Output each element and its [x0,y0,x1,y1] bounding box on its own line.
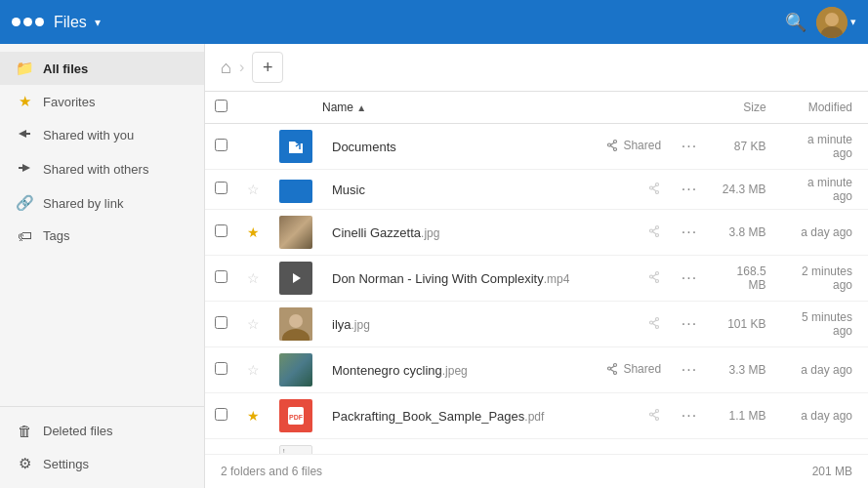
star-button[interactable]: ☆ [247,270,260,286]
sidebar-label: Favorites [43,95,95,109]
avatar-dropdown[interactable]: ▾ [850,16,856,28]
select-all-checkbox[interactable] [215,100,227,112]
app-logo: Files ▾ [12,14,101,31]
more-menu[interactable]: ··· [682,361,697,378]
sidebar-item-deleted-files[interactable]: 🗑 Deleted files [0,415,204,447]
shared-label: Shared [623,139,661,152]
tag-icon: 🏷 [16,227,33,244]
share-button[interactable] [647,224,661,238]
sidebar-label: Shared by link [43,196,123,211]
shared-badge[interactable]: Shared [605,362,661,376]
more-menu[interactable]: ··· [682,138,697,154]
file-modified: a minute ago [807,176,852,203]
row-checkbox[interactable] [215,182,227,194]
file-list: Name ▲ Size Modified ☆ [205,92,868,454]
home-button[interactable]: ⌂ [221,58,231,78]
file-size: 24.3 MB [723,183,766,196]
shared-label: Shared [623,362,661,376]
table-row: ☆ ilya.jpg ··· 101 [205,302,868,347]
content-area: ⌂ › + Name ▲ [205,44,868,488]
file-name[interactable]: Music [332,183,365,197]
main-layout: 📁 All files ★ Favorites Shared with you … [0,44,868,488]
shared-badge[interactable]: Shared [605,139,661,152]
more-menu[interactable]: ··· [682,315,697,332]
sidebar-item-shared-with-you[interactable]: Shared with you [0,118,204,152]
file-name[interactable]: Packrafting_Book_Sample_Pages.pdf [332,409,544,424]
file-name[interactable]: Cinelli Gazzetta.jpg [332,225,439,240]
sidebar-item-settings[interactable]: ⚙ Settings [0,447,204,480]
more-menu[interactable]: ··· [682,224,697,240]
share-out-icon [16,160,33,179]
share-button[interactable] [647,182,661,195]
app-dropdown[interactable]: ▾ [95,16,101,29]
file-name[interactable]: Don Norman - Living With Complexity.mp4 [332,271,569,286]
more-menu[interactable]: ··· [682,269,697,286]
add-button[interactable]: + [252,52,283,83]
table-row: ☆ Welcome !This is justThe packa... welc… [205,439,868,455]
row-checkbox[interactable] [215,316,227,329]
star-button[interactable]: ☆ [247,316,260,332]
row-checkbox[interactable] [215,139,227,151]
plus-icon: + [263,58,273,78]
logo-icon [12,18,44,26]
row-checkbox[interactable] [215,224,227,237]
image-thumb [279,216,312,249]
sidebar-item-shared-by-link[interactable]: 🔗 Shared by link [0,186,204,220]
file-name[interactable]: Documents [332,140,396,154]
footer: 2 folders and 6 files 201 MB [205,454,868,488]
table-row: ☆ Documents Shared [205,124,868,170]
toolbar: ⌂ › + [205,44,868,92]
row-checkbox[interactable] [215,408,227,421]
row-checkbox[interactable] [215,270,227,283]
share-button[interactable] [647,270,661,284]
sidebar-label: Settings [43,457,89,471]
link-icon: 🔗 [16,194,33,212]
more-menu[interactable]: ··· [682,181,697,197]
share-button[interactable] [647,408,661,422]
file-size: 87 KB [734,140,766,153]
share-button[interactable] [647,316,661,330]
file-name[interactable]: ilya.jpg [332,317,370,332]
sidebar-item-shared-with-others[interactable]: Shared with others [0,152,204,186]
sidebar-item-all-files[interactable]: 📁 All files [0,52,204,85]
star-icon: ★ [16,93,33,110]
svg-point-1 [825,13,839,26]
file-summary: 2 folders and 6 files [221,465,322,478]
breadcrumb-separator: › [239,59,244,76]
file-size: 168.5 MB [737,264,766,292]
row-checkbox[interactable] [215,362,227,375]
file-size: 3.8 MB [729,225,766,239]
table-row: ★ Cinelli Gazzetta.jpg ··· 3.8 MB a da [205,210,868,256]
file-modified: 5 minutes ago [802,310,852,338]
sidebar: 📁 All files ★ Favorites Shared with you … [0,44,205,488]
avatar[interactable] [816,7,847,38]
more-menu[interactable]: ··· [682,407,697,424]
star-button[interactable]: ☆ [247,139,260,154]
svg-point-5 [289,314,303,328]
sort-arrow: ▲ [356,102,366,113]
sidebar-item-favorites[interactable]: ★ Favorites [0,85,204,118]
modified-column-header: Modified [808,101,852,114]
star-button[interactable]: ★ [247,224,260,240]
table-row: ★ PDF Packrafting_Book_Sample_Pages.pdf [205,393,868,439]
sidebar-label: All files [43,61,88,76]
image-thumb [279,353,312,386]
app-name: Files [54,14,87,31]
file-name[interactable]: Montenegro cycling.jpeg [332,363,468,378]
folder-thumb [279,130,312,163]
name-column-header[interactable]: Name [322,101,353,114]
file-modified: a day ago [801,363,852,377]
sidebar-label: Shared with others [43,162,148,177]
star-button[interactable]: ☆ [247,182,260,197]
video-thumb [279,262,312,295]
sidebar-item-tags[interactable]: 🏷 Tags [0,220,204,252]
star-button[interactable]: ☆ [247,362,260,378]
trash-icon: 🗑 [16,423,33,439]
search-icon[interactable]: 🔍 [785,12,806,33]
star-button[interactable]: ★ [247,408,260,424]
file-size: 3.3 MB [729,363,766,377]
table-row: ☆ Music ··· [205,170,868,210]
table-row: ☆ Montenegro cycling.jpeg Shared ··· [205,347,868,393]
files-table: Name ▲ Size Modified ☆ [205,92,868,454]
file-modified: a day ago [801,409,852,423]
